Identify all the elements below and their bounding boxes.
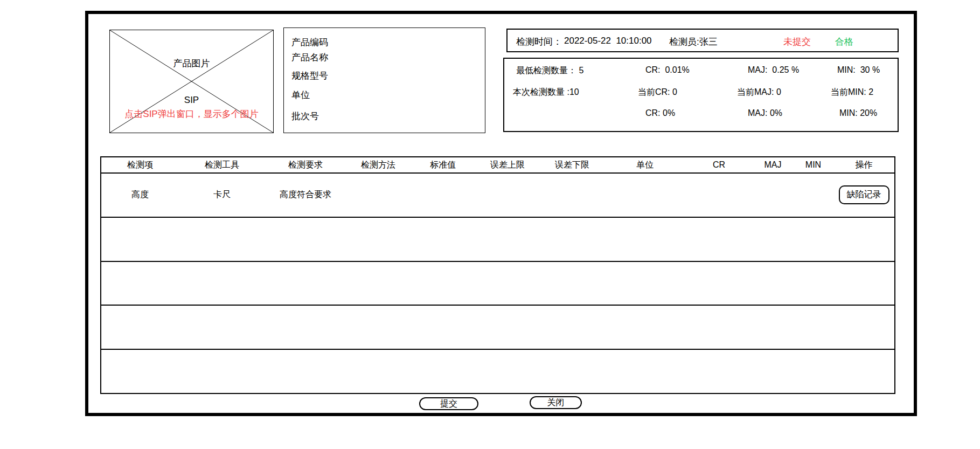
product-image-placeholder[interactable]: 产品图片 SIP 点击SIP弹出窗口，显示多个图片 [109,30,274,133]
col-header-maj: MAJ [753,160,793,170]
col-header-item: 检测项 [101,160,179,171]
stat-min-rate: MIN: 20% [839,108,877,118]
table-row-empty [101,350,894,393]
table-row-empty [101,218,894,262]
inspection-header-box: 检测时间： 2022-05-22 10:10:00 检测员:张三 未提交 合格 [506,29,899,52]
stat-current-maj: 当前MAJ: 0 [737,87,781,98]
cell-item: 高度 [101,189,179,201]
stat-current-cr: 当前CR: 0 [638,87,677,98]
col-header-action: 操作 [833,160,894,171]
product-info-box: 产品编码 产品名称 规格型号 单位 批次号 [283,27,485,133]
result-status-badge: 合格 [835,36,853,48]
cell-tool: 卡尺 [179,189,265,201]
sip-popup-note[interactable]: 点击SIP弹出窗口，显示多个图片 [110,108,273,120]
table-row: 高度 卡尺 高度符合要求 缺陷记录 [101,174,894,218]
inspection-time-value: 2022-05-22 10:10:00 [564,36,652,46]
close-button[interactable]: 关闭 [530,396,582,409]
submit-button[interactable]: 提交 [419,397,478,410]
col-header-tool: 检测工具 [179,160,265,171]
defect-record-button[interactable]: 缺陷记录 [839,185,889,204]
col-header-standard: 标准值 [411,160,475,171]
inspection-items-table: 检测项 检测工具 检测要求 检测方法 标准值 误差上限 误差下限 单位 CR M… [100,156,895,394]
stat-maj-rate: MAJ: 0% [748,108,782,118]
field-label-product-code: 产品编码 [291,36,328,49]
field-label-unit: 单位 [291,89,310,101]
stat-cr-rate: CR: 0% [645,108,675,118]
col-header-method: 检测方法 [346,160,411,171]
cell-requirement: 高度符合要求 [265,189,346,201]
col-header-upper-tol: 误差上限 [475,160,540,171]
col-header-unit: 单位 [604,160,685,171]
stat-min-limit: MIN: 30 % [837,65,880,75]
inspection-time-label: 检测时间： [516,36,562,48]
stat-current-min: 当前MIN: 2 [831,87,873,98]
stat-min-inspect-qty: 最低检测数量： 5 [516,65,583,77]
stat-maj-limit: MAJ: 0.25 % [748,65,799,75]
field-label-product-name: 产品名称 [291,51,328,64]
inspection-dialog: 产品图片 SIP 点击SIP弹出窗口，显示多个图片 产品编码 产品名称 规格型号… [85,11,917,416]
col-header-min: MIN [793,160,833,170]
col-header-requirement: 检测要求 [265,160,346,171]
stat-cr-limit: CR: 0.01% [645,65,690,75]
table-header-row: 检测项 检测工具 检测要求 检测方法 标准值 误差上限 误差下限 单位 CR M… [101,157,894,174]
product-image-label: 产品图片 [110,57,273,70]
field-label-batch-no: 批次号 [291,110,319,122]
col-header-lower-tol: 误差下限 [540,160,604,171]
col-header-cr: CR [685,160,753,170]
stat-current-inspect-qty: 本次检测数量 :10 [513,87,579,98]
inspection-stats-box: 最低检测数量： 5 CR: 0.01% MAJ: 0.25 % MIN: 30 … [503,58,899,132]
submit-status-badge: 未提交 [783,36,811,48]
field-label-spec-model: 规格型号 [291,70,328,82]
sip-label: SIP [110,95,273,106]
table-row-empty [101,262,894,306]
table-row-empty [101,306,894,350]
inspector-label: 检测员:张三 [669,36,718,48]
